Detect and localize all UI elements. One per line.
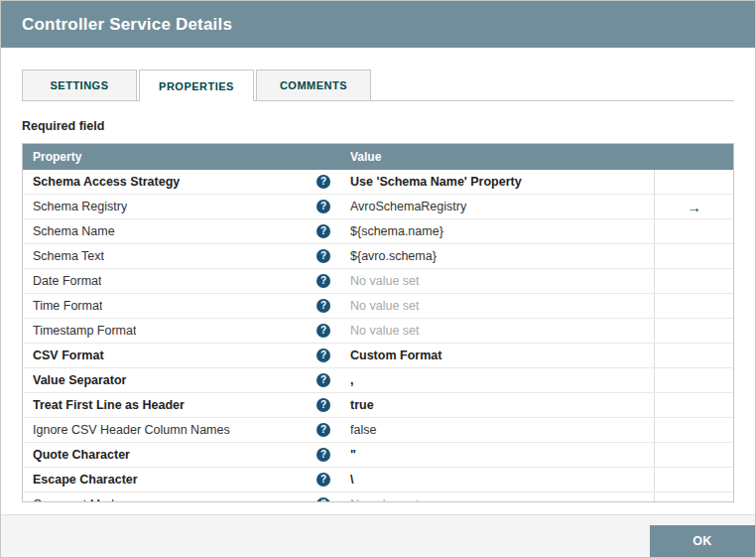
value-cell: No value set [340,319,654,343]
property-value: ${avro.schema} [350,249,437,263]
property-value: " [350,448,356,462]
property-name: Escape Character [33,473,138,487]
tab-label: PROPERTIES [159,80,234,92]
action-cell [654,219,733,243]
tab-bar: SETTINGS PROPERTIES COMMENTS [22,70,734,101]
action-cell [654,418,733,442]
property-value: No value set [350,274,419,288]
property-cell: Schema Name ? [23,219,340,243]
help-icon[interactable]: ? [316,224,330,238]
help-icon[interactable]: ? [316,398,330,412]
property-cell: Schema Text ? [23,244,340,268]
properties-table-body: Schema Access Strategy ? Use 'Schema Nam… [23,170,733,501]
tab-properties[interactable]: PROPERTIES [139,70,254,101]
help-icon[interactable]: ? [316,175,330,189]
property-value: Custom Format [350,349,441,362]
help-icon[interactable]: ? [316,423,330,437]
table-row[interactable]: Comment Marker ? No value set [23,492,733,501]
property-value: false [350,423,376,437]
dialog-title-bar: Controller Service Details [1,1,755,48]
table-row[interactable]: Ignore CSV Header Column Names ? false [23,418,733,443]
action-cell [654,344,733,367]
property-value: \ [350,473,353,487]
help-icon[interactable]: ? [316,274,330,288]
goto-service-icon[interactable]: → [687,200,701,214]
value-cell: \ [340,468,654,491]
property-name: Quote Character [33,448,130,462]
property-name: Ignore CSV Header Column Names [33,423,230,437]
property-value: No value set [350,299,419,313]
action-cell [654,294,733,318]
action-cell [654,244,733,268]
tab-comments[interactable]: COMMENTS [256,70,371,100]
table-row[interactable]: Date Format ? No value set [23,269,733,294]
property-cell: Ignore CSV Header Column Names ? [23,418,340,442]
property-name: CSV Format [33,349,104,362]
tab-label: COMMENTS [280,79,347,91]
help-icon[interactable]: ? [316,200,330,213]
table-row[interactable]: Schema Name ? ${schema.name} [23,219,733,244]
property-cell: Timestamp Format ? [23,319,340,343]
action-cell [654,492,733,501]
properties-table-header: Property Value [23,144,733,170]
property-cell: Escape Character ? [23,468,340,491]
required-field-label: Required field [22,119,734,133]
table-row[interactable]: Time Format ? No value set [23,294,733,319]
property-name: Value Separator [33,373,127,387]
tab-label: SETTINGS [50,79,108,91]
value-cell: Custom Format [340,344,654,367]
action-cell [654,443,733,467]
property-name: Date Format [33,274,101,288]
value-cell: " [340,443,654,467]
dialog-title: Controller Service Details [22,15,232,35]
help-icon[interactable]: ? [316,349,330,362]
value-cell: No value set [340,269,654,293]
property-cell: Schema Access Strategy ? [23,170,340,194]
property-cell: Time Format ? [23,294,340,318]
value-cell: false [340,418,654,442]
property-name: Timestamp Format [33,324,136,338]
dialog-footer: OK [1,514,755,557]
property-name: Treat First Line as Header [33,398,185,412]
help-icon[interactable]: ? [316,249,330,263]
value-cell: AvroSchemaRegistry [340,195,654,218]
value-cell: true [340,393,654,417]
property-value: AvroSchemaRegistry [350,200,466,213]
property-value: , [350,373,353,387]
value-cell: , [340,368,654,392]
property-cell: Quote Character ? [23,443,340,467]
property-value: Use 'Schema Name' Property [350,175,522,189]
ok-button[interactable]: OK [650,525,755,557]
help-icon[interactable]: ? [316,448,330,462]
tab-settings[interactable]: SETTINGS [22,70,137,100]
help-icon[interactable]: ? [316,324,330,338]
table-row[interactable]: Value Separator ? , [23,368,733,393]
table-row[interactable]: Quote Character ? " [23,443,733,468]
column-header-value: Value [340,150,655,164]
controller-service-details-dialog: Controller Service Details SETTINGS PROP… [0,0,756,558]
table-row[interactable]: Escape Character ? \ [23,468,733,492]
help-icon[interactable]: ? [316,373,330,387]
table-row[interactable]: Schema Access Strategy ? Use 'Schema Nam… [23,170,733,195]
table-row[interactable]: Schema Text ? ${avro.schema} [23,244,733,269]
table-row[interactable]: Timestamp Format ? No value set [23,319,733,344]
table-row[interactable]: Schema Registry ? AvroSchemaRegistry → [23,195,733,219]
property-name: Time Format [33,299,102,313]
property-name: Schema Registry [33,200,127,213]
help-icon[interactable]: ? [316,473,330,487]
table-row[interactable]: Treat First Line as Header ? true [23,393,733,418]
property-name: Schema Text [33,249,104,263]
properties-table: Property Value Schema Access Strategy ? … [22,143,734,502]
help-icon[interactable]: ? [316,497,330,501]
action-cell [654,393,733,417]
property-cell: Value Separator ? [23,368,340,392]
property-name: Comment Marker [33,497,129,501]
property-cell: Schema Registry ? [23,195,340,218]
property-name: Schema Name [33,224,115,238]
property-value: No value set [350,497,419,501]
table-row[interactable]: CSV Format ? Custom Format [23,344,733,368]
property-value: ${schema.name} [350,224,443,238]
help-icon[interactable]: ? [316,299,330,313]
property-value: No value set [350,324,419,338]
action-cell: → [654,195,733,218]
